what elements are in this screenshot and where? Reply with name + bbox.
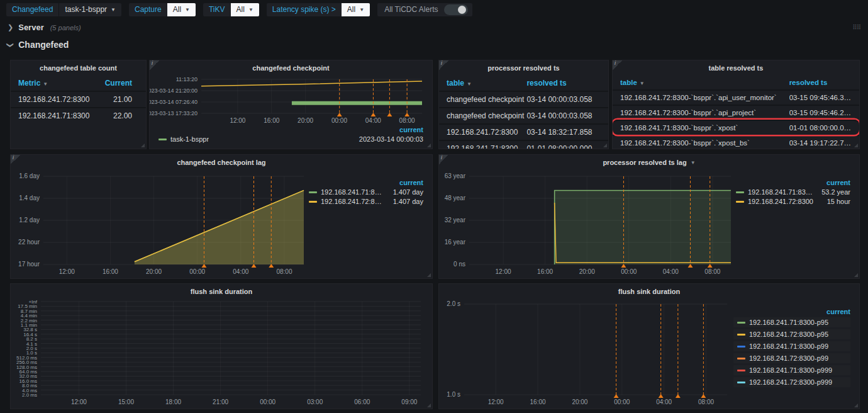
legend-series-name: 192.168.241.71:8300-p999 <box>749 366 832 374</box>
info-icon[interactable]: i <box>150 60 159 70</box>
info-icon[interactable]: i <box>439 60 448 70</box>
series-color-icon <box>309 191 317 193</box>
panel-title[interactable]: table resolved ts <box>613 60 859 76</box>
svg-text:04:00: 04:00 <box>365 117 381 123</box>
row-changefeed[interactable]: ❯ Changefeed <box>8 40 69 50</box>
drag-handle-icon[interactable]: ⠿⠿ <box>852 24 860 31</box>
column-header[interactable]: resolved ts <box>789 79 852 86</box>
ticdc-alerts-label: All TiCDC Alerts <box>384 5 438 14</box>
svg-text:16:00: 16:00 <box>103 268 118 275</box>
svg-text:12:00: 12:00 <box>230 117 245 123</box>
changefeed-checkpoint-lag-chart[interactable]: 1.6 day1.4 day1.2 day22 hour17 hour12:00… <box>11 170 309 278</box>
legend-item[interactable]: 192.168.241.72:83001.407 day <box>309 198 423 205</box>
series-color-icon <box>737 322 745 324</box>
panel-changefeed-checkpoint: i changefeed checkpoint 11:13:202023-03-… <box>149 60 433 149</box>
row-server-title: Server <box>18 23 43 32</box>
svg-text:16:00: 16:00 <box>530 399 546 405</box>
table-cell: 01-01 08:00:00.000 <box>526 144 601 149</box>
svg-text:00:00: 00:00 <box>614 399 630 405</box>
table-cell: 03-14 00:00:03.058 <box>526 111 601 120</box>
panel-changefeed-table-count: changefeed table count Metric▼Current192… <box>10 60 147 149</box>
series-color-icon <box>159 139 167 140</box>
series-color-icon <box>737 382 745 383</box>
variable-latency-spike-select[interactable]: All ▼ <box>342 3 370 16</box>
column-header[interactable]: table▼ <box>447 79 526 88</box>
table-cell: 192.168.241.71:8300 <box>18 111 93 120</box>
column-header[interactable]: Current <box>93 79 138 88</box>
legend-item[interactable]: 192.168.241.71:8300-p999 <box>733 365 850 375</box>
info-icon[interactable]: i <box>11 155 20 164</box>
panel-title-text: changefeed table count <box>40 64 117 72</box>
legend-item[interactable]: 192.168.241.72:8300-p99 <box>733 353 850 363</box>
variable-tikv-label: TiKV <box>203 3 231 16</box>
info-icon[interactable]: i <box>439 155 448 164</box>
changefeed-checkpoint-chart[interactable]: 11:13:202023-03-14 21:20:002023-03-14 07… <box>150 76 432 126</box>
column-header[interactable]: Metric▼ <box>18 79 93 88</box>
panel-title[interactable]: changefeed checkpoint <box>150 60 432 76</box>
legend-item[interactable]: 192.168.241.72:8300-p95 <box>733 329 850 339</box>
flush-sink-duration-heatmap-chart[interactable]: +Inf17.5 min8.7 min4.4 min2.2 min1.1 min… <box>11 299 432 409</box>
legend-item[interactable]: 192.168.241.71:830053.2 year <box>736 188 850 196</box>
svg-text:15:00: 15:00 <box>118 399 134 405</box>
table-cell: 01-01 08:00:00.000 <box>789 124 852 132</box>
table-cell: 03-15 09:45:46.308 <box>789 94 852 101</box>
column-header[interactable]: resolved ts <box>526 79 601 88</box>
variable-changefeed-select[interactable]: task-1-bsppr ▼ <box>58 3 121 16</box>
chevron-down-icon: ❯ <box>6 42 14 47</box>
chevron-right-icon: ❯ <box>8 23 13 31</box>
column-header[interactable]: table▼ <box>620 79 789 86</box>
legend-item[interactable]: task-1-bsppr2023-03-14 00:00:03 <box>159 135 423 143</box>
svg-text:04:00: 04:00 <box>233 268 248 275</box>
legend-series-name: 192.168.241.71:8300 <box>748 188 813 196</box>
row-changefeed-title: Changefeed <box>18 40 69 50</box>
variable-latency-spike-value: All <box>347 5 355 14</box>
panel-title[interactable]: changefeed table count <box>11 60 146 76</box>
panel-title-text: changefeed checkpoint lag <box>177 159 265 166</box>
panel-title-text: processor resolved ts lag <box>603 159 686 166</box>
chart-legend: current192.168.241.71:83001.407 day192.1… <box>309 170 432 278</box>
variable-changefeed-value: task-1-bsppr <box>65 5 107 14</box>
table-cell: 192.168.241.72:8300-`bsppr`.`xpost_bs` <box>620 139 789 147</box>
legend-item[interactable]: 192.168.241.71:8300-p99 <box>733 341 850 351</box>
legend-header: current <box>309 179 423 186</box>
table-cell: changefeed checkpoint <box>447 95 526 104</box>
changefeed-table-count-table: Metric▼Current192.168.241.72:830021.0019… <box>11 76 146 149</box>
chevron-down-icon: ▼ <box>43 81 48 87</box>
info-icon[interactable]: i <box>613 60 622 70</box>
legend-item[interactable]: 192.168.241.71:8300-p95 <box>733 317 850 327</box>
legend-series-value: 1.407 day <box>388 198 423 205</box>
table-cell: 03-14 00:00:03.058 <box>526 95 601 104</box>
svg-text:06:00: 06:00 <box>354 399 370 405</box>
legend-series-value: 2023-03-14 00:00:03 <box>354 135 423 143</box>
svg-text:08:00: 08:00 <box>704 268 720 275</box>
table-cell: 03-14 18:32:17.858 <box>526 128 601 137</box>
table-row: 192.168.241.72:830021.00 <box>11 91 146 107</box>
svg-text:20:00: 20:00 <box>146 268 162 275</box>
variable-latency-spike-label: Latency spike (s) > <box>267 3 342 16</box>
panel-title[interactable]: flush sink duration <box>439 284 859 299</box>
variable-tikv-select[interactable]: All ▼ <box>231 3 259 16</box>
panel-title[interactable]: processor resolved ts <box>439 60 608 76</box>
legend-header: current <box>733 308 850 315</box>
flush-sink-duration-chart[interactable]: 2.0 s1.0 s12:0016:0020:0000:0004:0008:00 <box>439 299 733 409</box>
chevron-down-icon: ▼ <box>248 7 253 13</box>
panel-title[interactable]: flush sink duration <box>11 284 432 299</box>
legend-item[interactable]: 192.168.241.72:8300-p999 <box>733 377 850 387</box>
table-row: 192.168.241.71:830001-01 08:00:00.000 <box>439 140 608 149</box>
variable-capture: Capture All ▼ <box>129 3 196 16</box>
svg-text:00:00: 00:00 <box>189 268 205 275</box>
legend-item[interactable]: 192.168.241.71:83001.407 day <box>309 188 423 196</box>
svg-text:08:00: 08:00 <box>399 117 415 123</box>
legend-series-value: 1.407 day <box>388 188 423 196</box>
variable-capture-value: All <box>173 5 181 14</box>
variable-capture-select[interactable]: All ▼ <box>167 3 196 16</box>
ticdc-alerts-switch[interactable] <box>444 4 468 15</box>
svg-text:0 ns: 0 ns <box>453 261 465 268</box>
dashboard-variables-bar: Changefeed task-1-bsppr ▼ Capture All ▼ … <box>0 0 868 19</box>
table-cell: 21.00 <box>93 95 138 104</box>
processor-resolved-ts-lag-chart[interactable]: 63 year48 year32 year16 year0 ns12:0016:… <box>439 170 736 278</box>
panel-title[interactable]: processor resolved ts lag ▼ <box>439 155 859 170</box>
legend-item[interactable]: 192.168.241.72:830015 hour <box>736 198 850 205</box>
panel-title[interactable]: changefeed checkpoint lag <box>11 155 432 170</box>
row-server[interactable]: ❯ Server (5 panels) <box>8 23 81 32</box>
